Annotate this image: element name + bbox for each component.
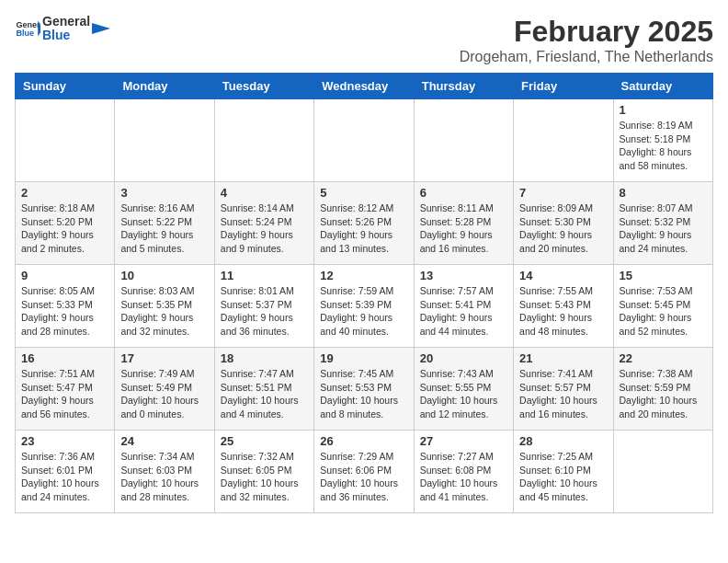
- calendar-cell: 23Sunrise: 7:36 AM Sunset: 6:01 PM Dayli…: [16, 431, 115, 513]
- calendar-cell: 18Sunrise: 7:47 AM Sunset: 5:51 PM Dayli…: [214, 348, 313, 431]
- week-row-4: 16Sunrise: 7:51 AM Sunset: 5:47 PM Dayli…: [16, 348, 713, 431]
- day-info: Sunrise: 7:45 AM Sunset: 5:53 PM Dayligh…: [320, 367, 407, 421]
- day-number: 11: [221, 269, 308, 282]
- calendar-cell: [115, 99, 214, 182]
- day-number: 10: [120, 269, 208, 282]
- day-number: 1: [620, 103, 707, 117]
- weekday-header-friday: Friday: [514, 74, 613, 99]
- calendar-cell: 6Sunrise: 8:11 AM Sunset: 5:28 PM Daylig…: [414, 182, 513, 265]
- day-number: 26: [320, 434, 407, 448]
- day-info: Sunrise: 7:53 AM Sunset: 5:45 PM Dayligh…: [620, 284, 707, 339]
- week-row-1: 1Sunrise: 8:19 AM Sunset: 5:18 PM Daylig…: [16, 99, 713, 182]
- day-info: Sunrise: 8:14 AM Sunset: 5:24 PM Dayligh…: [221, 201, 308, 256]
- calendar-cell: 22Sunrise: 7:38 AM Sunset: 5:59 PM Dayli…: [613, 348, 712, 431]
- logo-icon: General Blue: [15, 16, 40, 41]
- day-number: 6: [420, 186, 507, 200]
- day-info: Sunrise: 7:34 AM Sunset: 6:03 PM Dayligh…: [120, 450, 208, 504]
- day-info: Sunrise: 7:27 AM Sunset: 6:08 PM Dayligh…: [420, 450, 507, 504]
- day-info: Sunrise: 8:12 AM Sunset: 5:26 PM Dayligh…: [320, 201, 407, 256]
- logo-arrow-icon: [92, 19, 110, 38]
- day-number: 22: [620, 351, 707, 365]
- calendar-cell: 27Sunrise: 7:27 AM Sunset: 6:08 PM Dayli…: [414, 431, 513, 513]
- calendar-cell: 19Sunrise: 7:45 AM Sunset: 5:53 PM Dayli…: [314, 348, 414, 431]
- day-number: 18: [221, 351, 308, 365]
- svg-text:Blue: Blue: [16, 29, 34, 39]
- day-number: 24: [120, 434, 208, 448]
- calendar-cell: 25Sunrise: 7:32 AM Sunset: 6:05 PM Dayli…: [214, 431, 313, 513]
- day-info: Sunrise: 7:43 AM Sunset: 5:55 PM Dayligh…: [420, 367, 507, 421]
- day-info: Sunrise: 7:55 AM Sunset: 5:43 PM Dayligh…: [519, 284, 607, 339]
- calendar-table: SundayMondayTuesdayWednesdayThursdayFrid…: [15, 73, 713, 513]
- calendar-cell: [514, 99, 613, 182]
- calendar-cell: 10Sunrise: 8:03 AM Sunset: 5:35 PM Dayli…: [115, 265, 214, 348]
- day-info: Sunrise: 7:29 AM Sunset: 6:06 PM Dayligh…: [320, 450, 407, 504]
- calendar-cell: 2Sunrise: 8:18 AM Sunset: 5:20 PM Daylig…: [16, 182, 115, 265]
- day-info: Sunrise: 7:38 AM Sunset: 5:59 PM Dayligh…: [620, 367, 707, 421]
- day-number: 28: [519, 434, 607, 448]
- calendar-cell: 21Sunrise: 7:41 AM Sunset: 5:57 PM Dayli…: [514, 348, 613, 431]
- week-row-5: 23Sunrise: 7:36 AM Sunset: 6:01 PM Dayli…: [16, 431, 713, 513]
- day-info: Sunrise: 7:57 AM Sunset: 5:41 PM Dayligh…: [420, 284, 507, 339]
- day-number: 13: [420, 269, 507, 282]
- day-number: 25: [221, 434, 308, 448]
- weekday-header-monday: Monday: [115, 74, 214, 99]
- day-number: 3: [120, 186, 208, 200]
- weekday-header-thursday: Thursday: [414, 74, 513, 99]
- calendar-cell: 15Sunrise: 7:53 AM Sunset: 5:45 PM Dayli…: [613, 265, 712, 348]
- day-number: 14: [519, 269, 607, 282]
- logo: General Blue General Blue: [15, 15, 110, 43]
- day-info: Sunrise: 8:11 AM Sunset: 5:28 PM Dayligh…: [420, 201, 507, 256]
- day-number: 4: [221, 186, 308, 200]
- day-number: 7: [519, 186, 607, 200]
- calendar-cell: [414, 99, 513, 182]
- weekday-header-row: SundayMondayTuesdayWednesdayThursdayFrid…: [16, 74, 713, 99]
- title-block: February 2025 Drogeham, Friesland, The N…: [460, 15, 713, 65]
- week-row-2: 2Sunrise: 8:18 AM Sunset: 5:20 PM Daylig…: [16, 182, 713, 265]
- weekday-header-sunday: Sunday: [16, 74, 115, 99]
- calendar-cell: 9Sunrise: 8:05 AM Sunset: 5:33 PM Daylig…: [16, 265, 115, 348]
- day-info: Sunrise: 7:32 AM Sunset: 6:05 PM Dayligh…: [221, 450, 308, 504]
- weekday-header-saturday: Saturday: [613, 74, 712, 99]
- day-info: Sunrise: 7:59 AM Sunset: 5:39 PM Dayligh…: [320, 284, 407, 339]
- calendar-cell: 17Sunrise: 7:49 AM Sunset: 5:49 PM Dayli…: [115, 348, 214, 431]
- day-info: Sunrise: 8:01 AM Sunset: 5:37 PM Dayligh…: [221, 284, 308, 339]
- calendar-cell: 12Sunrise: 7:59 AM Sunset: 5:39 PM Dayli…: [314, 265, 414, 348]
- location-subtitle: Drogeham, Friesland, The Netherlands: [460, 49, 713, 65]
- day-number: 9: [21, 269, 108, 282]
- calendar-cell: [214, 99, 313, 182]
- calendar-cell: 11Sunrise: 8:01 AM Sunset: 5:37 PM Dayli…: [214, 265, 313, 348]
- page-header: General Blue General Blue February 2025 …: [15, 15, 713, 65]
- day-info: Sunrise: 8:05 AM Sunset: 5:33 PM Dayligh…: [21, 284, 108, 339]
- calendar-cell: 20Sunrise: 7:43 AM Sunset: 5:55 PM Dayli…: [414, 348, 513, 431]
- weekday-header-tuesday: Tuesday: [214, 74, 313, 99]
- day-number: 17: [120, 351, 208, 365]
- day-number: 19: [320, 351, 407, 365]
- month-year-title: February 2025: [460, 15, 713, 49]
- calendar-cell: 16Sunrise: 7:51 AM Sunset: 5:47 PM Dayli…: [16, 348, 115, 431]
- day-info: Sunrise: 8:03 AM Sunset: 5:35 PM Dayligh…: [120, 284, 208, 339]
- calendar-cell: 24Sunrise: 7:34 AM Sunset: 6:03 PM Dayli…: [115, 431, 214, 513]
- day-info: Sunrise: 7:49 AM Sunset: 5:49 PM Dayligh…: [120, 367, 208, 421]
- day-number: 21: [519, 351, 607, 365]
- day-number: 23: [21, 434, 108, 448]
- day-info: Sunrise: 7:51 AM Sunset: 5:47 PM Dayligh…: [21, 367, 108, 421]
- day-info: Sunrise: 8:07 AM Sunset: 5:32 PM Dayligh…: [620, 201, 707, 256]
- day-info: Sunrise: 7:36 AM Sunset: 6:01 PM Dayligh…: [21, 450, 108, 504]
- svg-marker-3: [92, 23, 110, 34]
- day-number: 12: [320, 269, 407, 282]
- calendar-cell: 28Sunrise: 7:25 AM Sunset: 6:10 PM Dayli…: [514, 431, 613, 513]
- calendar-cell: 13Sunrise: 7:57 AM Sunset: 5:41 PM Dayli…: [414, 265, 513, 348]
- calendar-cell: [16, 99, 115, 182]
- calendar-cell: 7Sunrise: 8:09 AM Sunset: 5:30 PM Daylig…: [514, 182, 613, 265]
- day-number: 27: [420, 434, 507, 448]
- calendar-cell: 4Sunrise: 8:14 AM Sunset: 5:24 PM Daylig…: [214, 182, 313, 265]
- day-number: 2: [21, 186, 108, 200]
- calendar-cell: [613, 431, 712, 513]
- day-info: Sunrise: 7:47 AM Sunset: 5:51 PM Dayligh…: [221, 367, 308, 421]
- calendar-cell: [314, 99, 414, 182]
- day-info: Sunrise: 8:09 AM Sunset: 5:30 PM Dayligh…: [519, 201, 607, 256]
- weekday-header-wednesday: Wednesday: [314, 74, 414, 99]
- day-number: 20: [420, 351, 507, 365]
- day-info: Sunrise: 7:25 AM Sunset: 6:10 PM Dayligh…: [519, 450, 607, 504]
- calendar-cell: 3Sunrise: 8:16 AM Sunset: 5:22 PM Daylig…: [115, 182, 214, 265]
